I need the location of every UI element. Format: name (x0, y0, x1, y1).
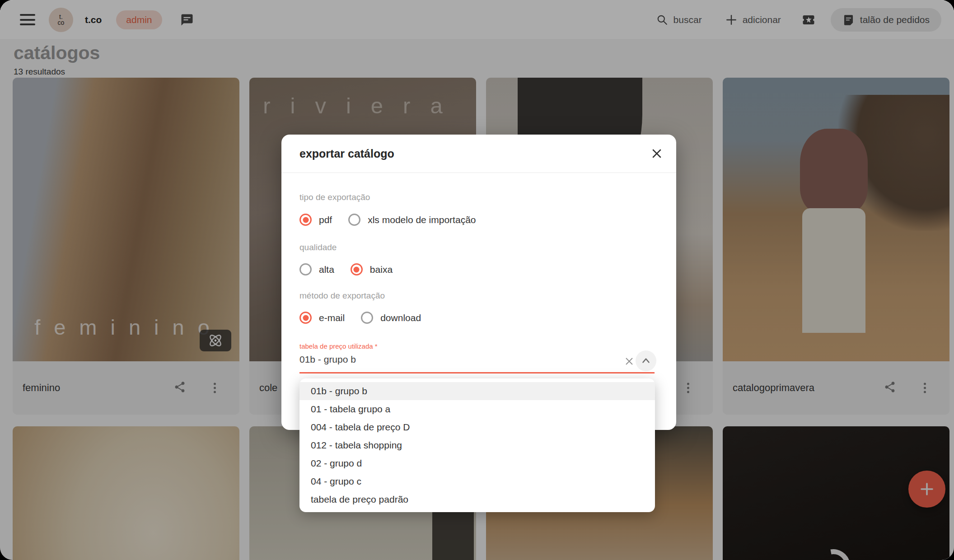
dropdown-option[interactable]: 01 - tabela grupo a (299, 400, 655, 418)
dropdown-option[interactable]: 01b - grupo b (299, 382, 655, 400)
radio-email[interactable]: e-mail (299, 312, 345, 324)
radio-label: xls modelo de importação (368, 215, 476, 225)
price-table-label: tabela de preço utilizada * (299, 342, 378, 350)
radio-download[interactable]: download (361, 312, 421, 324)
dropdown-option[interactable]: 004 - tabela de preço D (299, 418, 655, 436)
radio-label: download (380, 313, 421, 323)
radio-circle-selected (351, 263, 363, 275)
app-window: t. co t.co admin buscar adicionar (0, 0, 954, 560)
dropdown-option[interactable]: 04 - grupo c (299, 472, 655, 490)
input-underline (299, 372, 655, 373)
radio-circle (361, 312, 373, 324)
radio-circle-selected (299, 312, 312, 324)
modal-title: exportar catálogo (299, 147, 394, 160)
dropdown-option[interactable]: 02 - grupo d (299, 454, 655, 472)
export-type-label: tipo de exportação (299, 192, 370, 202)
price-table-input[interactable] (299, 354, 589, 365)
dropdown-option[interactable]: 012 - tabela shopping (299, 436, 655, 454)
radio-circle (299, 263, 312, 275)
radio-circle (348, 214, 360, 226)
radio-baixa[interactable]: baixa (351, 263, 393, 275)
radio-label: alta (319, 264, 334, 275)
dropdown-option[interactable]: tabela de preço padrão (299, 490, 655, 509)
radio-pdf[interactable]: pdf (299, 214, 332, 226)
radio-label: pdf (319, 215, 332, 225)
chevron-up-icon[interactable] (636, 350, 656, 371)
method-label: método de exportação (299, 291, 385, 301)
quality-label: qualidade (299, 243, 337, 252)
method-group: e-mail download (299, 312, 437, 324)
clear-icon[interactable] (624, 356, 635, 367)
close-icon[interactable] (650, 147, 664, 160)
modal-header: exportar catálogo (281, 135, 676, 173)
price-table-dropdown: 01b - grupo b 01 - tabela grupo a 004 - … (299, 378, 655, 512)
radio-label: e-mail (319, 313, 345, 323)
radio-alta[interactable]: alta (299, 263, 334, 275)
quality-group: alta baixa (299, 263, 409, 275)
radio-xls[interactable]: xls modelo de importação (348, 214, 476, 226)
radio-label: baixa (370, 264, 393, 275)
export-type-group: pdf xls modelo de importação (299, 214, 492, 226)
radio-circle-selected (299, 214, 312, 226)
